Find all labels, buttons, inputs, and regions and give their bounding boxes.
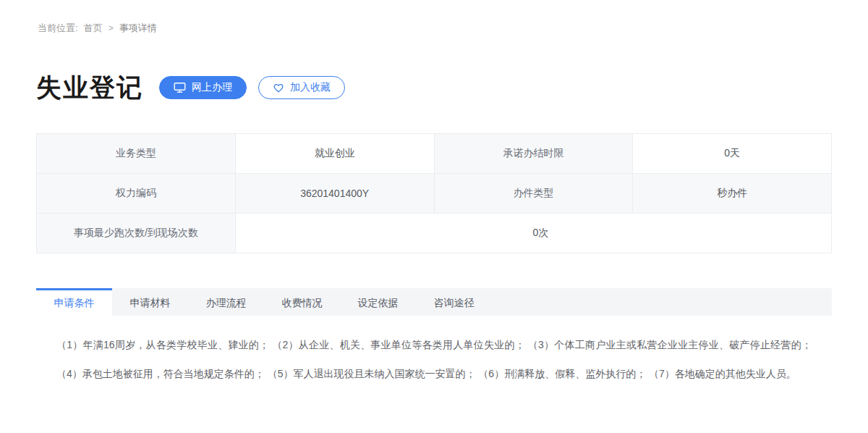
- tab-panel-application-conditions: （1）年满16周岁，从各类学校毕业、肄业的； （2）从企业、机关、事业单位等各类…: [36, 316, 832, 388]
- breadcrumb-prefix: 当前位置:: [38, 22, 78, 35]
- tab-setting-basis[interactable]: 设定依据: [340, 288, 416, 316]
- value-min-visits: 0次: [235, 214, 831, 253]
- tab-handling-process[interactable]: 办理流程: [188, 288, 264, 316]
- value-power-code: 36201401400Y: [235, 174, 434, 214]
- online-handle-label: 网上办理: [192, 81, 232, 94]
- page-title: 失业登记: [36, 72, 143, 103]
- value-case-type: 秒办件: [633, 174, 832, 214]
- conditions-paragraph: （1）年满16周岁，从各类学校毕业、肄业的； （2）从企业、机关、事业单位等各类…: [56, 330, 812, 388]
- label-case-type: 办件类型: [434, 174, 633, 214]
- tab-application-materials[interactable]: 申请材料: [112, 288, 188, 316]
- breadcrumb: 当前位置: 首页 > 事项详情: [36, 22, 832, 35]
- add-favorite-label: 加入收藏: [290, 81, 331, 94]
- value-business-type: 就业创业: [235, 134, 434, 174]
- item-info-table: 业务类型 就业创业 承诺办结时限 0天 权力编码 36201401400Y 办件…: [36, 133, 832, 253]
- table-row: 业务类型 就业创业 承诺办结时限 0天: [37, 134, 832, 174]
- breadcrumb-current: 事项详情: [119, 22, 157, 35]
- online-handle-button[interactable]: 网上办理: [159, 76, 247, 99]
- table-row: 权力编码 36201401400Y 办件类型 秒办件: [37, 174, 832, 214]
- label-promised-time: 承诺办结时限: [434, 134, 633, 174]
- table-row: 事项最少跑次数/到现场次数 0次: [37, 214, 832, 253]
- label-business-type: 业务类型: [37, 134, 236, 174]
- tab-consultation-channels[interactable]: 咨询途径: [416, 288, 492, 316]
- value-promised-time: 0天: [633, 134, 832, 174]
- tab-application-conditions[interactable]: 申请条件: [36, 288, 112, 316]
- page-container: 当前位置: 首页 > 事项详情 失业登记 网上办理 加入收藏: [36, 0, 832, 388]
- tab-fee-information[interactable]: 收费情况: [264, 288, 340, 316]
- detail-tabs: 申请条件 申请材料 办理流程 收费情况 设定依据 咨询途径: [36, 288, 832, 316]
- label-power-code: 权力编码: [37, 174, 236, 214]
- label-min-visits: 事项最少跑次数/到现场次数: [37, 214, 236, 253]
- title-row: 失业登记 网上办理 加入收藏: [36, 72, 832, 103]
- heart-icon: [273, 83, 284, 93]
- breadcrumb-separator: >: [109, 23, 114, 33]
- add-favorite-button[interactable]: 加入收藏: [258, 76, 345, 99]
- breadcrumb-home-link[interactable]: 首页: [84, 22, 103, 35]
- monitor-icon: [174, 82, 186, 93]
